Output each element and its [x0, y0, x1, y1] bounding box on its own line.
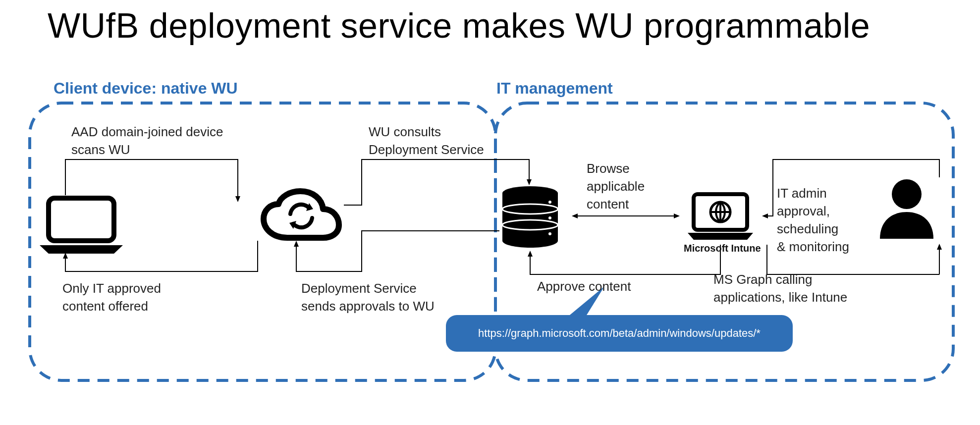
- database-icon: [502, 186, 558, 248]
- arrow-approved-offered: [65, 241, 258, 271]
- svg-point-8: [710, 202, 730, 222]
- svg-point-3: [502, 220, 558, 230]
- label-approved-2: content offered: [62, 297, 148, 315]
- label-it-admin-3: scheduling: [777, 220, 838, 238]
- svg-point-2: [502, 204, 558, 214]
- label-browse-3: content: [587, 195, 629, 213]
- svg-point-5: [548, 216, 551, 219]
- label-wu-consults-1: WU consults: [369, 123, 441, 141]
- label-intune: Microsoft Intune: [684, 243, 761, 254]
- svg-point-1: [502, 186, 558, 200]
- label-browse-2: applicable: [587, 177, 645, 195]
- label-sends-approvals-1: Deployment Service: [301, 279, 417, 297]
- section-label-it: IT management: [496, 79, 613, 98]
- label-ms-graph-2: applications, like Intune: [713, 288, 847, 306]
- arrow-scan-wu: [65, 159, 238, 201]
- svg-rect-0: [49, 198, 114, 241]
- cloud-sync-icon: [264, 191, 339, 238]
- diagram-stage: WUfB deployment service makes WU program…: [0, 0, 980, 425]
- arrow-sends-approvals: [296, 231, 499, 271]
- label-it-admin-2: approval,: [777, 202, 830, 220]
- label-approved-1: Only IT approved: [62, 279, 161, 297]
- intune-laptop-icon: [688, 194, 753, 240]
- label-it-admin-1: IT admin: [777, 184, 827, 202]
- page-title: WUfB deployment service makes WU program…: [48, 6, 870, 46]
- label-aad-scan-2: scans WU: [71, 141, 130, 159]
- label-approve-content: Approve content: [537, 277, 631, 295]
- label-sends-approvals-2: sends approvals to WU: [301, 297, 435, 315]
- label-it-admin-4: & monitoring: [777, 238, 849, 256]
- laptop-icon: [40, 198, 123, 254]
- admin-person-icon: [880, 179, 933, 239]
- section-label-client: Client device: native WU: [54, 79, 238, 98]
- label-wu-consults-2: Deployment Service: [369, 141, 484, 159]
- svg-rect-7: [694, 194, 747, 230]
- label-ms-graph-1: MS Graph calling: [713, 270, 812, 288]
- diagram-svg: [0, 0, 980, 425]
- svg-point-4: [548, 201, 551, 204]
- label-aad-scan-1: AAD domain-joined device: [71, 123, 223, 141]
- arrow-wu-consults: [344, 159, 529, 205]
- svg-point-9: [892, 179, 922, 209]
- label-graph-url: https://graph.microsoft.com/beta/admin/w…: [456, 327, 783, 340]
- label-browse-1: Browse: [587, 159, 630, 177]
- svg-point-6: [548, 232, 551, 235]
